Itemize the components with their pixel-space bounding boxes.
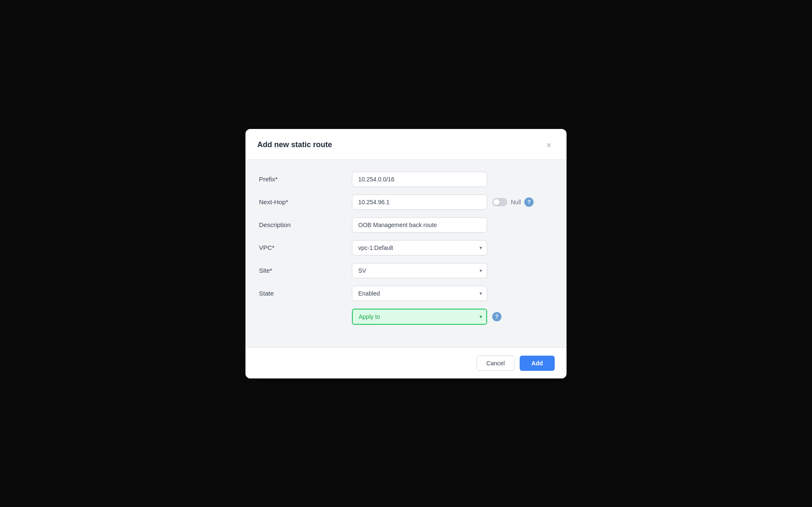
- apply-to-help-icon[interactable]: ?: [492, 312, 501, 321]
- apply-to-controls: Apply to ▾ ?: [352, 309, 553, 325]
- modal-body: Prefix* Next-Hop* Null ?: [245, 160, 567, 348]
- prefix-controls: [352, 172, 553, 187]
- description-label: Description: [259, 221, 352, 228]
- modal-dialog: Add new static route × Prefix* Next-Hop*: [245, 129, 567, 378]
- null-toggle[interactable]: [492, 198, 507, 206]
- modal-title: Add new static route: [257, 140, 332, 149]
- apply-to-select[interactable]: Apply to: [352, 309, 487, 325]
- nexthop-input[interactable]: [352, 195, 487, 210]
- vpc-row: VPC* vpc-1:Default ▾: [259, 240, 553, 255]
- add-button[interactable]: Add: [520, 356, 555, 371]
- prefix-label: Prefix*: [259, 175, 352, 183]
- description-row: Description: [259, 217, 553, 233]
- modal-footer: Cancel Add: [245, 348, 567, 378]
- site-controls: SV ▾: [352, 263, 553, 278]
- apply-to-select-wrapper: Apply to ▾: [352, 309, 487, 325]
- null-toggle-label: Null: [511, 199, 521, 206]
- state-label: State: [259, 290, 352, 297]
- nexthop-label: Next-Hop*: [259, 198, 352, 206]
- nexthop-row: Next-Hop* Null ?: [259, 195, 553, 210]
- nexthop-controls: Null ?: [352, 195, 553, 210]
- site-select-wrapper: SV ▾: [352, 263, 487, 278]
- description-input[interactable]: [352, 217, 487, 233]
- nexthop-help-icon[interactable]: ?: [524, 197, 534, 207]
- description-controls: [352, 217, 553, 233]
- site-label: Site*: [259, 267, 352, 274]
- apply-to-row: Apply to ▾ ?: [259, 309, 553, 325]
- state-controls: Enabled Disabled ▾: [352, 286, 553, 301]
- prefix-row: Prefix*: [259, 172, 553, 187]
- site-row: Site* SV ▾: [259, 263, 553, 278]
- vpc-controls: vpc-1:Default ▾: [352, 240, 553, 255]
- state-select[interactable]: Enabled Disabled: [352, 286, 487, 301]
- modal-overlay: Add new static route × Prefix* Next-Hop*: [0, 0, 812, 507]
- modal-header: Add new static route ×: [245, 129, 567, 160]
- cancel-button[interactable]: Cancel: [477, 356, 515, 371]
- null-toggle-group: Null ?: [492, 197, 534, 207]
- site-select[interactable]: SV: [352, 263, 487, 278]
- close-button[interactable]: ×: [543, 139, 555, 151]
- prefix-input[interactable]: [352, 172, 487, 187]
- vpc-label: VPC*: [259, 244, 352, 251]
- vpc-select-wrapper: vpc-1:Default ▾: [352, 240, 487, 255]
- state-select-wrapper: Enabled Disabled ▾: [352, 286, 487, 301]
- state-row: State Enabled Disabled ▾: [259, 286, 553, 301]
- vpc-select[interactable]: vpc-1:Default: [352, 240, 487, 255]
